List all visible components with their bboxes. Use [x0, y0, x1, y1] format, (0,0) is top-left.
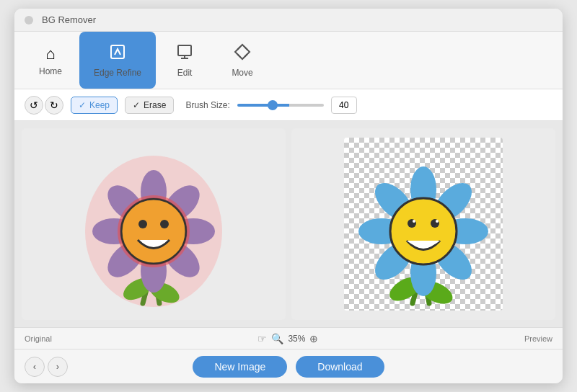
nav-item-edge-refine[interactable]: Edge Refine: [79, 32, 156, 89]
keep-checkmark-icon: ✓: [79, 100, 86, 110]
nav-item-move[interactable]: Move: [213, 32, 271, 89]
svg-point-14: [138, 220, 147, 228]
zoom-value: 35%: [288, 334, 305, 344]
brush-size-slider[interactable]: [237, 104, 324, 107]
edge-refine-icon: [109, 43, 126, 65]
nav-arrows: ‹ ›: [25, 357, 68, 377]
toolbar: ↺ ↻ ✓ Keep ✓ Erase Brush Size: 40: [14, 89, 563, 121]
title-bar: BG Remover: [14, 9, 563, 32]
brush-size-label: Brush Size:: [185, 100, 229, 110]
brush-size-value: 40: [331, 97, 357, 114]
zoom-out-icon[interactable]: 🔍: [271, 333, 283, 344]
svg-point-13: [121, 199, 186, 264]
move-tool-icon[interactable]: ☞: [257, 333, 267, 344]
svg-point-31: [436, 220, 439, 223]
nav-label-edge-refine: Edge Refine: [94, 68, 141, 78]
svg-rect-1: [178, 45, 191, 55]
svg-rect-0: [111, 45, 124, 58]
nav-label-home: Home: [39, 66, 62, 76]
preview-flower-svg: [344, 138, 503, 311]
original-label: Original: [25, 334, 52, 343]
zoom-in-icon[interactable]: ⊕: [309, 333, 318, 344]
nav-label-edit: Edit: [177, 68, 193, 78]
title-bar-dot: [25, 16, 33, 24]
canvas-area: [14, 121, 563, 327]
redo-button[interactable]: ↻: [45, 96, 63, 115]
keep-button[interactable]: ✓ Keep: [71, 97, 118, 114]
erase-label: Erase: [144, 100, 166, 110]
original-flower-svg: [74, 138, 233, 311]
nav-bar: ⌂ Home Edge Refine Edit: [14, 32, 563, 89]
undo-redo-group: ↺ ↻: [25, 96, 63, 115]
zoom-controls: ☞ 🔍 35% ⊕: [257, 333, 318, 344]
erase-check-icon: ✓: [133, 100, 140, 110]
svg-point-15: [160, 220, 169, 228]
nav-item-home[interactable]: ⌂ Home: [22, 32, 79, 89]
download-button[interactable]: Download: [296, 356, 384, 378]
nav-label-move: Move: [232, 68, 252, 78]
next-button[interactable]: ›: [48, 357, 68, 377]
nav-item-edit[interactable]: Edit: [156, 32, 213, 89]
prev-button[interactable]: ‹: [25, 357, 45, 377]
move-icon: [234, 43, 251, 65]
home-icon: ⌂: [45, 45, 55, 63]
bottom-bar: ‹ › New Image Download: [14, 349, 563, 383]
edit-icon: [176, 43, 193, 65]
keep-label: Keep: [89, 100, 110, 110]
status-bar: Original ☞ 🔍 35% ⊕ Preview: [14, 327, 563, 349]
erase-button[interactable]: ✓ Erase: [125, 97, 174, 114]
preview-label: Preview: [524, 334, 552, 343]
new-image-button[interactable]: New Image: [193, 356, 287, 378]
svg-point-30: [413, 220, 415, 223]
preview-bg: [344, 138, 503, 311]
app-window: BG Remover ⌂ Home Edge Refine: [14, 9, 563, 383]
app-title: BG Remover: [42, 14, 96, 25]
original-panel[interactable]: [22, 128, 286, 320]
preview-panel: [291, 128, 555, 320]
undo-button[interactable]: ↺: [25, 96, 43, 115]
